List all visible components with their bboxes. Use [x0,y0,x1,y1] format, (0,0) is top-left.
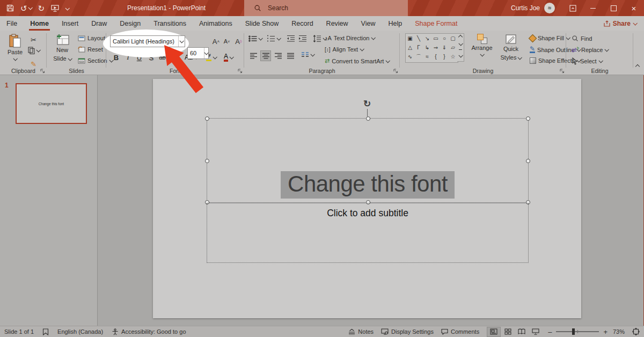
shape-icon[interactable]: ≈ [423,52,431,61]
shape-icon[interactable]: ⇒ [431,43,440,52]
shape-icon[interactable]: ⌒ [414,52,423,61]
paragraph-dialog-launcher[interactable] [393,69,398,74]
search-input[interactable] [267,4,376,12]
slide-canvas[interactable]: ↻ Change this font Click to add subtitle [153,79,581,318]
shape-icon[interactable]: ○ [440,34,449,43]
tab-animations[interactable]: Animations [193,16,239,31]
redo-icon[interactable]: ↻ [38,4,45,12]
zoom-level[interactable]: 73% [613,328,625,335]
shape-fill-button[interactable]: Shape Fill [530,35,569,41]
reset-button[interactable]: Reset [78,46,103,53]
shape-icon[interactable]: ∿ [406,52,414,61]
shape-icon[interactable]: ▱ [449,43,457,52]
zoom-slider-thumb[interactable] [572,328,575,335]
select-button[interactable]: Select [572,57,602,65]
shape-icon[interactable]: ▢ [449,34,457,43]
align-text-button[interactable]: [↕] Align Text [325,46,363,53]
start-slideshow-icon[interactable] [51,5,59,12]
rotate-handle-icon[interactable]: ↻ [363,98,371,109]
tab-insert[interactable]: Insert [55,16,85,31]
font-size-input[interactable] [188,50,204,56]
new-slide-button[interactable]: New Slide [50,34,75,63]
subtitle-prompt-text[interactable]: Click to add subtitle [207,208,528,219]
shape-icon[interactable]: ↳ [423,43,431,52]
undo-button[interactable]: ↺ [20,4,32,12]
increase-font-size-button[interactable]: A˄ [211,35,221,47]
collapse-ribbon-icon[interactable] [636,61,639,70]
shape-icon[interactable]: ▭ [431,34,440,43]
save-icon[interactable] [6,4,14,12]
font-dialog-launcher[interactable] [238,69,243,74]
zoom-in-button[interactable]: + [603,328,608,336]
font-size-combo[interactable] [187,47,209,59]
paste-button[interactable]: Paste [4,34,26,61]
gallery-more-icon[interactable] [459,49,462,60]
search-bar[interactable] [244,0,408,16]
maximize-button[interactable] [603,0,624,16]
copy-icon[interactable] [28,47,40,54]
comments-button[interactable]: Comments [441,328,479,335]
shape-icon[interactable]: ↘ [423,34,431,43]
resize-handle-mid-left[interactable] [205,159,209,163]
font-name-combo[interactable] [110,35,185,47]
resize-handle-top-left[interactable] [205,116,209,121]
arrange-button[interactable]: Arrange [470,34,494,56]
numbering-button[interactable] [267,35,280,42]
notes-button[interactable]: Notes [348,328,374,335]
spelling-button[interactable] [42,328,49,335]
reading-view-button[interactable] [515,327,529,337]
convert-smartart-button[interactable]: ⇄ Convert to SmartArt [325,57,389,64]
decrease-indent-button[interactable] [287,35,295,42]
slide-thumbnail[interactable]: Change this font [16,83,87,124]
tab-draw[interactable]: Draw [85,16,113,31]
clipboard-dialog-launcher[interactable] [40,69,45,74]
slide-title-text[interactable]: Change this font [207,171,528,199]
align-left-button[interactable] [248,50,259,61]
shape-icon[interactable]: ⇓ [440,43,449,52]
fit-slide-to-window-button[interactable] [632,328,640,335]
columns-button[interactable] [301,52,314,58]
justify-button[interactable] [285,50,296,61]
language-button[interactable]: English (Canada) [57,328,103,335]
minimize-button[interactable] [583,0,603,16]
shape-icon[interactable]: Γ [414,43,423,52]
zoom-out-button[interactable]: – [548,328,552,336]
font-name-dropdown-icon[interactable] [178,36,185,47]
quick-styles-button[interactable]: Quick Styles [497,34,524,62]
increase-indent-button[interactable] [298,35,307,42]
user-name[interactable]: Curtis Joe [511,4,540,12]
tab-transitions[interactable]: Transitions [147,16,193,31]
avatar[interactable]: ≋ [544,3,555,13]
shape-icon[interactable]: △ [406,43,414,52]
tab-slide-show[interactable]: Slide Show [239,16,286,31]
shape-icon[interactable]: ╲ [414,34,423,43]
scroll-down-icon[interactable] [458,41,463,46]
slide-sorter-view-button[interactable] [501,327,515,337]
drawing-dialog-launcher[interactable] [560,69,565,74]
font-name-input[interactable] [111,38,178,45]
accessibility-button[interactable]: Accessibility: Good to go [112,328,186,335]
close-button[interactable]: × [624,0,644,16]
shapes-gallery-scrollbar[interactable] [457,33,464,62]
share-button[interactable]: Share [604,20,636,27]
tab-help[interactable]: Help [382,16,408,31]
tab-design[interactable]: Design [113,16,147,31]
align-center-button[interactable] [260,50,271,61]
bullets-button[interactable] [248,35,262,42]
replace-button[interactable]: ⇄b Replace [572,46,608,54]
align-right-button[interactable] [273,50,283,61]
decrease-font-size-button[interactable]: A˅ [222,35,231,47]
normal-view-button[interactable] [487,327,501,337]
resize-handle-top-right[interactable] [526,116,530,121]
shape-icon[interactable]: ☆ [449,52,457,61]
tab-file[interactable]: File [0,16,24,31]
tab-view[interactable]: View [355,16,382,31]
tab-home[interactable]: Home [24,16,55,31]
shape-icon[interactable]: ▣ [406,34,414,43]
resize-handle-mid-right[interactable] [526,159,530,163]
selected-text[interactable]: Change this font [281,171,455,199]
tab-shape-format[interactable]: Shape Format [408,16,464,31]
tab-record[interactable]: Record [285,16,319,31]
shapes-gallery[interactable]: ▣╲↘▭○▢△Γ↳⇒⇓▱∿⌒≈{}☆ [405,33,458,63]
find-button[interactable]: Find [572,35,592,42]
